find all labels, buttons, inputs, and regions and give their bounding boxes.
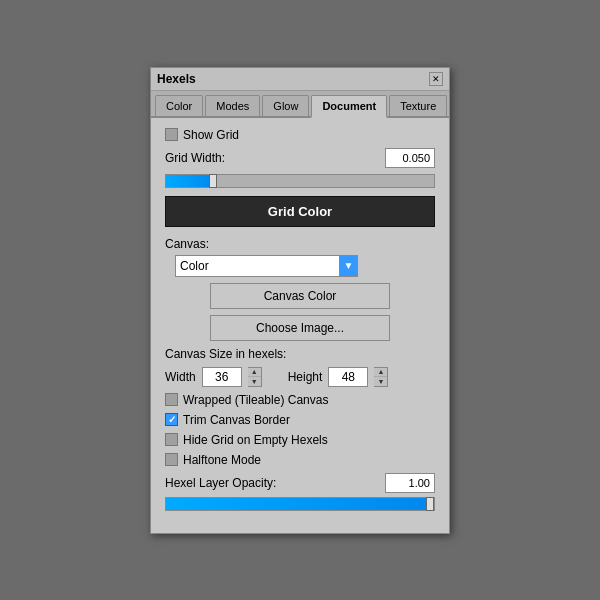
- opacity-value[interactable]: 1.00: [385, 473, 435, 493]
- tab-texture[interactable]: Texture: [389, 95, 447, 116]
- tab-glow[interactable]: Glow: [262, 95, 309, 116]
- canvas-select[interactable]: Color: [175, 255, 340, 277]
- canvas-label-row: Canvas:: [165, 237, 435, 251]
- width-input[interactable]: 36: [202, 367, 242, 387]
- grid-width-slider-fill: [166, 175, 214, 187]
- grid-width-slider[interactable]: [165, 174, 435, 188]
- tab-bar: Color Modes Glow Document Texture: [151, 91, 449, 118]
- grid-color-button[interactable]: Grid Color: [165, 196, 435, 227]
- show-grid-label: Show Grid: [183, 128, 239, 142]
- canvas-label: Canvas:: [165, 237, 209, 251]
- opacity-slider[interactable]: [165, 497, 435, 511]
- canvas-size-label-row: Canvas Size in hexels:: [165, 347, 435, 361]
- halftone-label: Halftone Mode: [183, 453, 261, 467]
- wrapped-checkbox[interactable]: [165, 393, 178, 406]
- hexels-window: Hexels ✕ Color Modes Glow Document Textu…: [150, 67, 450, 534]
- wrapped-row: Wrapped (Tileable) Canvas: [165, 393, 435, 407]
- height-spinner[interactable]: ▲ ▼: [374, 367, 388, 387]
- width-label: Width: [165, 370, 196, 384]
- width-up[interactable]: ▲: [248, 368, 261, 378]
- height-input[interactable]: 48: [328, 367, 368, 387]
- opacity-slider-thumb: [426, 497, 434, 511]
- tab-modes[interactable]: Modes: [205, 95, 260, 116]
- trim-row: Trim Canvas Border: [165, 413, 435, 427]
- tab-color[interactable]: Color: [155, 95, 203, 116]
- trim-label: Trim Canvas Border: [183, 413, 290, 427]
- window-title: Hexels: [157, 72, 196, 86]
- tab-document[interactable]: Document: [311, 95, 387, 118]
- canvas-size-label: Canvas Size in hexels:: [165, 347, 286, 361]
- trim-checkbox[interactable]: [165, 413, 178, 426]
- height-down[interactable]: ▼: [374, 377, 387, 386]
- canvas-select-arrow[interactable]: ▼: [340, 255, 358, 277]
- grid-width-label: Grid Width:: [165, 151, 225, 165]
- opacity-label: Hexel Layer Opacity:: [165, 476, 276, 490]
- grid-width-slider-thumb: [209, 174, 217, 188]
- width-down[interactable]: ▼: [248, 377, 261, 386]
- opacity-slider-fill: [166, 498, 426, 510]
- hide-grid-checkbox[interactable]: [165, 433, 178, 446]
- close-button[interactable]: ✕: [429, 72, 443, 86]
- canvas-size-row: Width 36 ▲ ▼ Height 48 ▲ ▼: [165, 367, 435, 387]
- wrapped-label: Wrapped (Tileable) Canvas: [183, 393, 328, 407]
- canvas-select-container[interactable]: Color ▼: [175, 255, 435, 277]
- height-up[interactable]: ▲: [374, 368, 387, 378]
- grid-width-row: Grid Width: 0.050: [165, 148, 435, 168]
- show-grid-checkbox[interactable]: [165, 128, 178, 141]
- halftone-row: Halftone Mode: [165, 453, 435, 467]
- width-spinner[interactable]: ▲ ▼: [248, 367, 262, 387]
- halftone-checkbox[interactable]: [165, 453, 178, 466]
- height-label: Height: [288, 370, 323, 384]
- hide-grid-label: Hide Grid on Empty Hexels: [183, 433, 328, 447]
- hide-grid-row: Hide Grid on Empty Hexels: [165, 433, 435, 447]
- title-bar: Hexels ✕: [151, 68, 449, 91]
- canvas-color-button[interactable]: Canvas Color: [210, 283, 390, 309]
- choose-image-button[interactable]: Choose Image...: [210, 315, 390, 341]
- show-grid-row: Show Grid: [165, 128, 435, 142]
- panel-content: Show Grid Grid Width: 0.050 Grid Color C…: [151, 118, 449, 533]
- grid-width-value[interactable]: 0.050: [385, 148, 435, 168]
- opacity-label-row: Hexel Layer Opacity: 1.00: [165, 473, 435, 493]
